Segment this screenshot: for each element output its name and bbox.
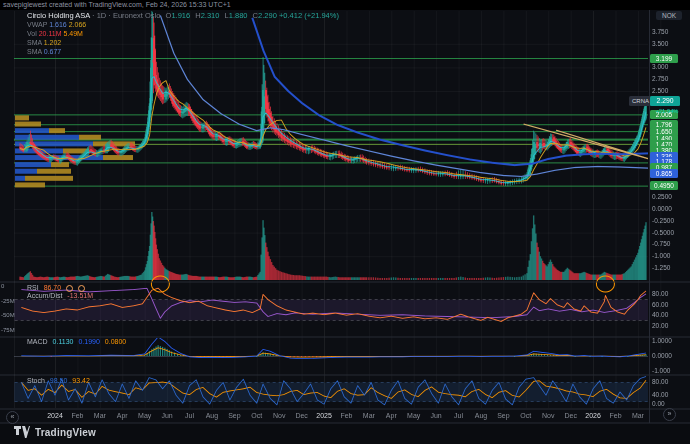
legend-separator: · — [92, 11, 95, 20]
time-month-label: Jun — [430, 412, 441, 419]
macd-tick-label: 0.0000 — [652, 352, 688, 360]
price-level-badge: 0.865 — [650, 169, 678, 178]
time-year-label: 2025 — [316, 412, 332, 419]
time-month-label: May — [407, 412, 420, 419]
rsi-tick-label: 80.00 — [652, 290, 688, 298]
last-price-badge: 2.290 — [650, 96, 680, 106]
price-tick-label: -0.750 — [652, 240, 688, 248]
price-tick-label: 3.750 — [652, 28, 688, 36]
rsi-tick-label: 40.00 — [652, 311, 688, 319]
price-tick-label: 3.500 — [652, 40, 688, 48]
sma2-value: 0.677 — [44, 48, 62, 55]
stoch-k-value: 98.50 — [50, 377, 68, 384]
time-month-label: Aug — [475, 412, 487, 419]
time-month-label: Aug — [206, 412, 218, 419]
accdist-left-tick: -50M — [1, 312, 16, 319]
price-tick-label: 2.500 — [652, 87, 688, 95]
volume-legend-row[interactable]: Vol 20.11M 5.49M — [27, 30, 339, 38]
symbol-interval[interactable]: 1D — [97, 11, 107, 20]
rsi-eye-icon[interactable] — [66, 285, 73, 292]
time-month-label: Apr — [117, 412, 128, 419]
time-month-label: Apr — [386, 412, 397, 419]
symbol-title: Circio Holding ASA — [27, 11, 90, 20]
last-price-change-badge: +21.94% — [654, 107, 680, 115]
accdist-left-tick: -25M — [1, 298, 16, 305]
price-level-badge: 0.4950 — [650, 181, 678, 190]
tradingview-logo-icon — [14, 426, 30, 438]
rsi-tick-label: 60.00 — [652, 301, 688, 309]
price-level-badge: 3.199 — [650, 54, 678, 63]
currency-unit-label[interactable]: NOK — [656, 11, 682, 20]
sma1-legend-row[interactable]: SMA 1.202 — [27, 39, 339, 47]
macd-hist-value: 0.1130 — [53, 338, 74, 345]
stoch-d-value: 93.42 — [72, 377, 90, 384]
ohlc-close: 2.290 — [258, 11, 277, 20]
time-month-label: Nov — [273, 412, 285, 419]
accdist-legend-row[interactable]: Accum/Dist -13.51M — [27, 292, 96, 300]
time-month-label: May — [138, 412, 151, 419]
time-month-label: Sep — [497, 412, 509, 419]
time-month-label: Feb — [609, 412, 621, 419]
stoch-tick-label: 0.00 — [652, 400, 688, 408]
time-month-label: Oct — [520, 412, 531, 419]
time-month-label: Feb — [340, 412, 352, 419]
attribution-text: savepiglewest created with TradingView.c… — [0, 0, 690, 10]
time-month-label: Jul — [185, 412, 194, 419]
ohlc-open: 1.916 — [171, 11, 190, 20]
time-month-label: Oct — [251, 412, 262, 419]
time-month-label: Jul — [454, 412, 463, 419]
sma2-legend-row[interactable]: SMA 0.677 — [27, 48, 339, 56]
time-month-label: Jun — [161, 412, 172, 419]
vwap-value-2: 2.066 — [69, 21, 87, 28]
ohlc-high: 2.310 — [201, 11, 220, 20]
macd-legend-row[interactable]: MACD 0.1130 0.1990 0.0800 — [27, 338, 129, 346]
go-to-realtime-button[interactable]: » — [663, 408, 676, 421]
stoch-tick-label: 40.00 — [652, 391, 688, 399]
time-month-label: Dec — [295, 412, 307, 419]
legend-separator: · — [108, 11, 111, 20]
stoch-legend-row[interactable]: Stoch 98.50 93.42 — [27, 377, 93, 385]
symbol-legend-row[interactable]: Circio Holding ASA · 1D · Euronext Oslo … — [27, 12, 339, 20]
time-month-label: Mar — [94, 412, 106, 419]
vwap-value-1: 1.616 — [49, 21, 67, 28]
price-tick-label: 2.750 — [652, 75, 688, 83]
volume-ma-value: 5.49M — [63, 30, 82, 37]
time-month-label: Sep — [228, 412, 240, 419]
rsi-menu-icon[interactable] — [78, 285, 85, 292]
time-month-label: Feb — [71, 412, 83, 419]
tradingview-logo-text: TradingView — [35, 427, 96, 438]
macd-tick-label: 1.0000 — [652, 337, 688, 345]
time-month-label: Mar — [363, 412, 375, 419]
time-year-label: 2024 — [47, 412, 63, 419]
price-tick-label: 0.2500 — [652, 193, 688, 201]
price-tick-label: -0.2500 — [652, 217, 688, 225]
vwap-legend-row[interactable]: VWAP 1.616 2.066 — [27, 21, 339, 29]
main-legend: Circio Holding ASA · 1D · Euronext Oslo … — [27, 12, 339, 57]
tradingview-logo[interactable]: TradingView — [14, 426, 96, 438]
rsi-value: 86.70 — [44, 284, 62, 291]
time-month-label: Mar — [632, 412, 644, 419]
macd-line-value: 0.1990 — [78, 338, 99, 345]
symbol-exchange: Euronext Oslo — [113, 11, 161, 20]
price-tick-label: -1.000 — [652, 252, 688, 260]
accdist-left-tick: -75M — [1, 327, 16, 334]
price-tick-label: 3.000 — [652, 63, 688, 71]
sma1-value: 1.202 — [44, 39, 62, 46]
last-price-ticker-chip: CRNA — [629, 96, 652, 106]
tradingview-chart-window: savepiglewest created with TradingView.c… — [0, 0, 690, 444]
volume-value: 20.11M — [39, 30, 62, 37]
accdist-value: -13.51M — [67, 292, 93, 299]
ohlc-low: 1.880 — [229, 11, 248, 20]
ohlc-change: +0.412 (+21.94%) — [279, 11, 339, 20]
main-chart-canvas[interactable] — [0, 0, 690, 444]
price-tick-label: 0.0000 — [652, 205, 688, 213]
time-month-label: Dec — [564, 412, 576, 419]
rsi-tick-label: 20.00 — [652, 322, 688, 330]
price-tick-label: -0.5000 — [652, 229, 688, 237]
accdist-left-tick: 0 — [1, 283, 16, 290]
macd-tick-label: -1.000 — [652, 367, 688, 375]
time-year-label: 2026 — [585, 412, 601, 419]
scroll-left-button[interactable]: « — [6, 411, 19, 424]
rsi-legend-row[interactable]: RSI 86.70 — [27, 284, 88, 292]
macd-signal-value: 0.0800 — [105, 338, 126, 345]
